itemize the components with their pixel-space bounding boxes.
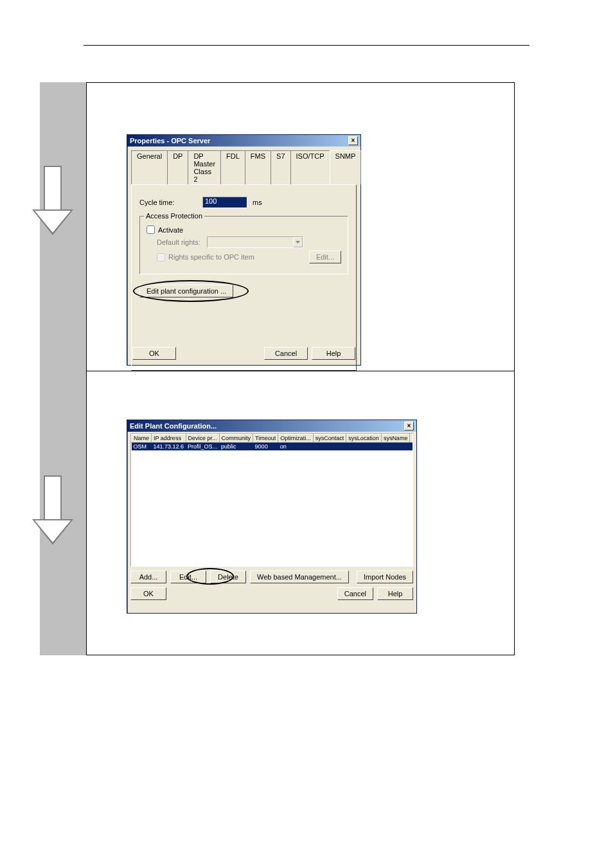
col-syscontact[interactable]: sysContact (313, 434, 346, 443)
web-based-management-button[interactable]: Web based Management... (250, 571, 349, 583)
cancel-button[interactable]: Cancel (264, 347, 308, 360)
tab-fdl[interactable]: FDL (220, 150, 245, 184)
default-rights-dropdown (207, 236, 303, 248)
col-comment[interactable]: Comment (410, 434, 413, 443)
tab-dp-master-class-2[interactable]: DP Master Class 2 (188, 150, 221, 184)
activate-label: Activate (158, 226, 183, 234)
edit-rights-button: Edit... (309, 251, 341, 263)
content-panel: Properties - OPC Server × General DP DP … (86, 82, 515, 655)
cell-community: public (219, 443, 253, 451)
delete-button[interactable]: Delete (210, 571, 246, 583)
cell-ip: 141.73.12.6 (152, 443, 186, 451)
col-device-profile[interactable]: Device pr... (186, 434, 219, 443)
tab-dp[interactable]: DP (167, 150, 188, 184)
down-arrow-icon (32, 475, 73, 546)
col-timeout[interactable]: Timeout (253, 434, 278, 443)
table-row[interactable]: OSM 141.73.12.6 Profil_OS... public 9000… (132, 443, 414, 451)
dialog-footer: OK Cancel Help (132, 347, 355, 360)
col-ip[interactable]: IP address (152, 434, 186, 443)
tab-snmp[interactable]: SNMP (330, 150, 362, 184)
dialog-title: Properties - OPC Server (130, 137, 210, 145)
row-divider (87, 371, 514, 371)
close-icon[interactable]: × (348, 136, 358, 145)
ok-button[interactable]: OK (130, 587, 166, 600)
edit-plant-configuration-dialog: Edit Plant Configuration... × Name IP ad… (127, 420, 417, 614)
cycle-time-unit: ms (253, 199, 262, 206)
help-button[interactable]: Help (312, 347, 355, 360)
cell-profile: Profil_OS... (186, 443, 219, 451)
page-header-rule (84, 45, 529, 46)
col-community[interactable]: Community (219, 434, 253, 443)
help-button[interactable]: Help (377, 587, 413, 600)
cycle-time-input[interactable]: 100 (202, 197, 247, 208)
tab-s7[interactable]: S7 (271, 150, 290, 184)
cell-syslocation (346, 443, 382, 451)
dialog-footer: OK Cancel Help (130, 587, 413, 600)
titlebar: Edit Plant Configuration... × (127, 420, 416, 432)
cell-name: OSM (132, 443, 152, 451)
tab-strip: General DP DP Master Class 2 FDL FMS S7 … (131, 150, 357, 184)
activate-checkbox[interactable] (147, 226, 155, 234)
cell-timeout: 9000 (253, 443, 278, 451)
table-header-row: Name IP address Device pr... Community T… (132, 434, 414, 443)
cell-syscontact (313, 443, 346, 451)
titlebar: Properties - OPC Server × (127, 135, 360, 146)
close-icon[interactable]: × (404, 421, 414, 430)
tab-page-snmp: Cycle time: 100 ms Access Protection Act… (131, 184, 357, 371)
edit-button[interactable]: Edit... (170, 571, 206, 583)
rights-specific-label: Rights specific to OPC item (168, 253, 254, 261)
access-protection-group: Access Protection Activate Default right… (139, 216, 348, 274)
cell-comment (410, 443, 413, 451)
col-syslocation[interactable]: sysLocation (346, 434, 382, 443)
col-optimization[interactable]: Optimizati... (278, 434, 314, 443)
properties-dialog: Properties - OPC Server × General DP DP … (127, 134, 361, 366)
default-rights-label: Default rights: (157, 238, 200, 246)
group-legend: Access Protection (144, 212, 204, 220)
svg-marker-0 (296, 241, 300, 244)
cancel-button[interactable]: Cancel (337, 587, 373, 600)
col-name[interactable]: Name (132, 434, 152, 443)
rights-specific-checkbox (157, 253, 165, 261)
col-sysname[interactable]: sysName (381, 434, 410, 443)
tab-fms[interactable]: FMS (245, 150, 271, 184)
import-nodes-button[interactable]: Import Nodes (357, 571, 413, 583)
tab-general[interactable]: General (131, 150, 168, 184)
tab-iso-tcp[interactable]: ISO/TCP (290, 150, 330, 184)
cell-optim: on (278, 443, 314, 451)
dialog-title: Edit Plant Configuration... (130, 422, 217, 430)
add-button[interactable]: Add... (130, 571, 166, 583)
cell-sysname (381, 443, 410, 451)
down-arrow-icon (32, 166, 73, 236)
edit-plant-configuration-button[interactable]: Edit plant configuration ... (139, 285, 233, 297)
cycle-time-label: Cycle time: (139, 199, 202, 206)
ok-button[interactable]: OK (132, 347, 176, 360)
nodes-table[interactable]: Name IP address Device pr... Community T… (130, 433, 413, 567)
action-button-row: Add... Edit... Delete Web based Manageme… (130, 571, 413, 583)
chevron-down-icon (293, 237, 303, 247)
